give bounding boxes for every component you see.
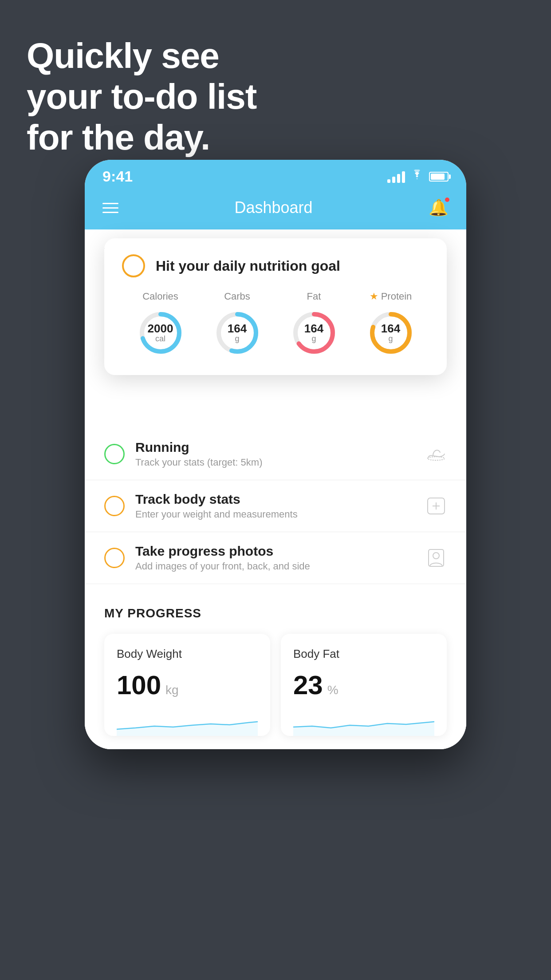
body-stats-circle [104, 496, 125, 516]
body-fat-title: Body Fat [293, 647, 434, 661]
todo-item-body-stats[interactable]: Track body stats Enter your weight and m… [85, 480, 466, 532]
progress-cards: Body Weight 100 kg Body Fat [104, 634, 447, 736]
calories-label: Calories [142, 291, 178, 302]
phone-mockup: 9:41 Dashb [85, 160, 466, 749]
body-weight-card[interactable]: Body Weight 100 kg [104, 634, 270, 736]
person-photo-icon [425, 547, 447, 569]
photos-subtitle: Add images of your front, back, and side [135, 561, 425, 572]
body-stats-subtitle: Enter your weight and measurements [135, 509, 425, 520]
carbs-unit: g [228, 334, 247, 344]
protein-donut: 164 g [366, 308, 415, 357]
body-fat-value-row: 23 % [293, 670, 434, 700]
body-weight-chart [117, 709, 258, 736]
nutrition-fat: Fat 164 g [290, 291, 338, 357]
headline-line2: your to-do list [27, 77, 256, 116]
photos-text: Take progress photos Add images of your … [135, 544, 425, 572]
protein-label: ★ Protein [370, 291, 412, 302]
todo-list: Running Track your stats (target: 5km) [85, 428, 466, 584]
body-weight-title: Body Weight [117, 647, 258, 661]
running-title: Running [135, 440, 425, 455]
carbs-donut: 164 g [213, 308, 262, 357]
svg-point-13 [433, 553, 439, 559]
headline-text: Quickly see your to-do list for the day. [27, 36, 256, 158]
running-subtitle: Track your stats (target: 5km) [135, 457, 425, 468]
nutrition-stats-row: Calories 2000 cal Carbs [122, 291, 429, 357]
nutrition-card-title: Hit your daily nutrition goal [156, 258, 340, 274]
running-circle [104, 444, 125, 464]
calories-unit: cal [148, 334, 173, 344]
signal-icon [387, 170, 405, 183]
fat-value: 164 [304, 323, 323, 334]
body-weight-value: 100 [117, 670, 161, 700]
nav-bar: Dashboard 🔔 [85, 190, 466, 229]
svg-point-8 [428, 457, 445, 460]
body-weight-value-row: 100 kg [117, 670, 258, 700]
nutrition-check-circle[interactable] [122, 254, 145, 277]
notification-bell-icon[interactable]: 🔔 [429, 198, 449, 217]
carbs-value: 164 [228, 323, 247, 334]
status-bar: 9:41 [85, 160, 466, 190]
nutrition-calories: Calories 2000 cal [136, 291, 185, 357]
body-fat-value: 23 [293, 670, 323, 700]
fat-label: Fat [307, 291, 321, 302]
status-time: 9:41 [102, 168, 133, 185]
fat-unit: g [304, 334, 323, 344]
progress-header: MY PROGRESS [104, 606, 447, 620]
photos-circle [104, 548, 125, 568]
running-shoe-icon [425, 443, 447, 465]
calories-value: 2000 [148, 323, 173, 334]
progress-section: MY PROGRESS Body Weight 100 kg [85, 584, 466, 749]
headline-line3: for the day. [27, 118, 210, 157]
body-fat-card[interactable]: Body Fat 23 % [281, 634, 447, 736]
scale-icon [425, 495, 447, 517]
fat-donut: 164 g [290, 308, 338, 357]
nutrition-card: Hit your daily nutrition goal Calories 2… [104, 238, 447, 375]
protein-value: 164 [381, 323, 400, 334]
calories-donut: 2000 cal [136, 308, 185, 357]
svg-rect-12 [429, 549, 444, 566]
running-text: Running Track your stats (target: 5km) [135, 440, 425, 468]
body-stats-title: Track body stats [135, 492, 425, 507]
nutrition-carbs: Carbs 164 g [213, 291, 262, 357]
protein-unit: g [381, 334, 400, 344]
carbs-label: Carbs [224, 291, 250, 302]
todo-item-photos[interactable]: Take progress photos Add images of your … [85, 532, 466, 584]
protein-star-icon: ★ [370, 291, 378, 302]
status-icons [387, 170, 449, 183]
body-stats-text: Track body stats Enter your weight and m… [135, 492, 425, 520]
photos-title: Take progress photos [135, 544, 425, 559]
body-fat-chart [293, 709, 434, 736]
body-weight-unit: kg [165, 683, 179, 697]
nav-title: Dashboard [234, 198, 312, 217]
notification-dot [444, 197, 450, 203]
headline-line1: Quickly see [27, 36, 219, 75]
todo-item-running[interactable]: Running Track your stats (target: 5km) [85, 428, 466, 480]
main-content: THINGS TO DO TODAY Hit your daily nutrit… [85, 229, 466, 749]
body-fat-unit: % [327, 683, 338, 697]
battery-icon [429, 172, 449, 182]
wifi-icon [410, 170, 424, 183]
nutrition-protein: ★ Protein 164 g [366, 291, 415, 357]
hamburger-menu[interactable] [102, 203, 118, 213]
